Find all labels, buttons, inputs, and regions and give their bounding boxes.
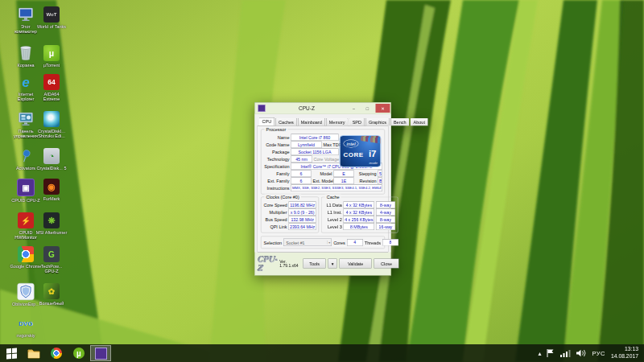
family-label: Family (264, 171, 290, 176)
instructions-value: MMX, SSE, SSE2, SSE3, SSSE3, SSE4.1, SSE… (291, 185, 382, 192)
desktop-icon-utorrent[interactable]: µ µTorrent (35, 45, 68, 68)
package-label: Package (264, 150, 290, 154)
cores-label: Cores (333, 240, 345, 245)
cpuid-cpu-z-icon: ▣ (17, 179, 35, 196)
volume-icon[interactable] (576, 349, 586, 357)
tools-button[interactable]: Tools (303, 259, 326, 269)
lightning-glyph: ⚡ (21, 216, 31, 225)
level3-value: 8 MBytes (344, 224, 374, 231)
chevron-down-icon: ▾ (327, 241, 330, 245)
desktop-icon-world-of-tanks[interactable]: WoT World of Tanks (35, 6, 68, 29)
desktop-icon-label: Корзина (18, 63, 35, 68)
cpuz-logo: CPU-Z (258, 255, 278, 273)
nvgorskiy-logo-icon: DVG (18, 315, 34, 331)
activators-icon (18, 148, 34, 164)
gauge-glyph: ◔ (49, 151, 55, 162)
desktop-icon-msi-afterburner[interactable]: ❋ MSI Afterburner (35, 212, 68, 235)
socket-selection-dropdown[interactable]: Socket #1 ▾ (283, 239, 332, 247)
instructions-label: Instructions (264, 186, 290, 191)
show-hidden-icons-button[interactable]: ▴ (538, 350, 541, 357)
minimize-button[interactable]: – (349, 104, 360, 113)
cpuz-titlebar[interactable]: CPU-Z – □ ✕ (255, 103, 391, 114)
tab-spd[interactable]: SPD (349, 118, 365, 126)
language-indicator[interactable]: РУС (592, 350, 605, 357)
taskbar-chrome-button[interactable] (45, 344, 68, 362)
validate-button[interactable]: Validate (340, 259, 372, 269)
revision-label: Revision (356, 179, 377, 183)
start-button[interactable] (0, 344, 23, 362)
desktop-icon-label: Activators (16, 166, 35, 171)
cpuz-footer: CPU-Z Ver. 1.79.1.x64 Tools ▾ Validate C… (255, 253, 391, 276)
taskbar-utorrent-button[interactable]: µ (68, 344, 90, 362)
photo-thumbnail-icon: ✿ (43, 283, 60, 299)
model-label: Model (313, 171, 332, 176)
level3-way: 16-way (376, 224, 395, 231)
multiplier-value: x 9.0 (9 - 26) (289, 209, 316, 216)
close-dialog-button[interactable]: Close (374, 259, 399, 269)
taskbar-cpuz-button-active[interactable] (90, 345, 111, 361)
close-button[interactable]: ✕ (376, 104, 390, 113)
taskbar-clock[interactable]: 13:13 14.08.2017 (611, 346, 638, 360)
desktop-icon-furmark[interactable]: ◉ FurMark (35, 179, 68, 201)
level2-way: 8-way (376, 216, 395, 224)
fan-glyph: ❋ (47, 216, 55, 226)
bus-speed-label: Bus Speed (264, 217, 287, 222)
donut-glyph: ◉ (47, 182, 56, 192)
desktop-icon-label: FurMark (43, 196, 60, 201)
network-icon[interactable] (560, 349, 571, 357)
desktop-icon-label: Волшебный (39, 301, 64, 306)
world-of-tanks-icon: WoT (43, 6, 60, 23)
tab-cpu[interactable]: CPU (259, 117, 275, 125)
tab-memory[interactable]: Memory (326, 118, 349, 126)
qpi-link-value: 2393.64 MHz (289, 224, 316, 231)
desktop-icon-label: AIDA64 Extreme (35, 92, 68, 102)
desktop-icon-gpu-z[interactable]: G TechPow... GPU-Z (35, 246, 68, 274)
l1-inst-label: L1 Inst. (324, 210, 342, 215)
intel-core-i7-badge: intel CORE i7 inside (340, 135, 382, 167)
l1-data-label: L1 Data (324, 203, 342, 208)
folder-icon (27, 348, 40, 359)
stepping-value: 5 (378, 171, 382, 178)
desktop-icon-label: MSI Afterburner (36, 230, 68, 235)
qpi-link-label: QPI Link (264, 224, 287, 229)
desktop-icon-crystaldiskmark[interactable]: ◔ CrystalDisk... 5 (35, 148, 68, 171)
desktop-icon-crystaldiskinfo[interactable]: CrystalDiskI... Shizuku Edi... (35, 111, 68, 138)
desktop-icon-label: World of Tanks (37, 24, 66, 29)
tab-bench[interactable]: Bench (390, 118, 410, 126)
desktop-icon-label: CrystalDiskI... Shizuku Edi... (35, 129, 68, 139)
nvg-glyph: DVG (19, 320, 32, 327)
desktop-icon-grid: Этот компьютер Корзина e Internet Explor… (0, 0, 161, 362)
tab-about[interactable]: About (411, 118, 428, 126)
clock-time: 13:13 (611, 346, 638, 353)
control-panel-icon (18, 111, 34, 127)
desktop-icon-label: µTorrent (43, 63, 60, 68)
cache-group-label: Cache (325, 195, 341, 200)
taskbar-file-explorer-button[interactable] (23, 344, 45, 362)
shield-folder-icon (18, 283, 35, 300)
chrome-icon (18, 246, 34, 262)
cpu-chip-glyph: ▣ (22, 183, 29, 192)
core-speed-label: Core Speed (264, 203, 287, 208)
tab-mainboard[interactable]: Mainboard (298, 118, 325, 126)
desktop-icon-aida64[interactable]: 64 AIDA64 Extreme (35, 74, 68, 101)
tab-graphics[interactable]: Graphics (365, 118, 390, 126)
desktop-icon-nvgorskiy[interactable]: DVG nvgorskiy (10, 315, 42, 338)
name-label: Name (264, 135, 290, 140)
maximize-button[interactable]: □ (362, 104, 374, 113)
clock-date: 14.08.2017 (611, 353, 638, 360)
ie-glyph: e (22, 74, 29, 90)
level3-label: Level 3 (324, 224, 342, 229)
action-center-flag-icon[interactable] (547, 348, 555, 358)
gpu-z-icon: G (43, 246, 60, 262)
taskbar: µ ▴ РУС 13:13 14.08.2017 (0, 344, 644, 362)
desktop-icon-label: CrystalDisk... 5 (37, 166, 67, 171)
tab-caches[interactable]: Caches (275, 118, 297, 126)
cores-value: 4 (347, 239, 363, 246)
msi-afterburner-icon: ❋ (43, 212, 60, 228)
gpu-glyph: G (48, 249, 55, 259)
desktop-icon-magic-photo[interactable]: ✿ Волшебный (35, 283, 68, 306)
selection-box: Selection Socket #1 ▾ Cores 4 Threads 8 (261, 237, 385, 249)
socket-selection-value: Socket #1 (286, 240, 304, 245)
badge-inside-text: inside (369, 162, 378, 166)
tools-dropdown-button[interactable]: ▾ (328, 259, 337, 269)
